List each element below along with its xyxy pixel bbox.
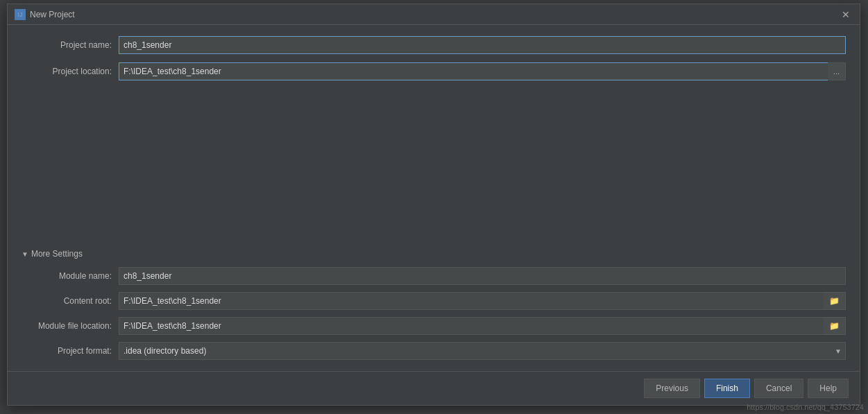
project-name-row: Project name: (22, 36, 846, 54)
close-button[interactable]: ✕ (839, 8, 853, 21)
module-file-location-input[interactable] (119, 317, 824, 335)
previous-button[interactable]: Previous (644, 379, 700, 398)
module-file-browse-button[interactable]: 📁 (824, 317, 846, 335)
more-settings-section: ▼ More Settings Module name: Content roo… (22, 249, 846, 360)
project-location-row: Project location: ... (22, 62, 846, 80)
content-root-field: 📁 (119, 292, 846, 310)
finish-button[interactable]: Finish (704, 379, 750, 398)
project-location-input[interactable] (119, 62, 828, 80)
content-root-input[interactable] (119, 292, 824, 310)
folder-icon: 📁 (829, 296, 840, 306)
dialog-titlebar: IJ New Project ✕ (8, 4, 860, 25)
project-name-input[interactable] (119, 36, 846, 54)
content-root-row: Content root: 📁 (22, 292, 846, 310)
dialog-title: New Project (30, 10, 75, 19)
content-root-browse-button[interactable]: 📁 (824, 292, 846, 310)
project-format-row: Project format: .idea (directory based) … (22, 342, 846, 360)
dialog-footer: Previous Finish Cancel Help (8, 371, 860, 405)
folder-icon-2: 📁 (829, 321, 840, 331)
more-settings-toggle[interactable]: ▼ More Settings (22, 249, 846, 259)
browse-button[interactable]: ... (828, 62, 846, 80)
project-location-field: ... (119, 62, 846, 80)
module-file-location-field: 📁 (119, 317, 846, 335)
more-settings-label: More Settings (31, 249, 83, 259)
dialog-overlay: IJ New Project ✕ Project name: Project l… (0, 0, 868, 414)
help-button[interactable]: Help (808, 379, 849, 398)
dialog-content: Project name: Project location: ... ▼ Mo… (8, 25, 860, 371)
module-file-location-label: Module file location: (22, 321, 112, 331)
project-format-select[interactable]: .idea (directory based) .ipr (file based… (119, 342, 846, 360)
project-format-select-wrapper: .idea (directory based) .ipr (file based… (119, 342, 846, 360)
project-location-label: Project location: (22, 67, 112, 76)
content-root-label: Content root: (22, 296, 112, 306)
cancel-button[interactable]: Cancel (754, 379, 803, 398)
project-name-label: Project name: (22, 40, 112, 50)
new-project-dialog: IJ New Project ✕ Project name: Project l… (7, 3, 860, 406)
title-left: IJ New Project (15, 9, 75, 20)
watermark: https://blog.csdn.net/qq_43753724 (747, 403, 864, 411)
expand-icon: ▼ (22, 250, 28, 258)
module-name-row: Module name: (22, 267, 846, 285)
module-name-input[interactable] (119, 267, 846, 285)
module-file-location-row: Module file location: 📁 (22, 317, 846, 335)
module-name-label: Module name: (22, 271, 112, 281)
more-settings-body: Module name: Content root: 📁 (22, 267, 846, 360)
app-icon: IJ (15, 9, 26, 20)
project-format-label: Project format: (22, 346, 112, 356)
spacer (22, 89, 846, 235)
